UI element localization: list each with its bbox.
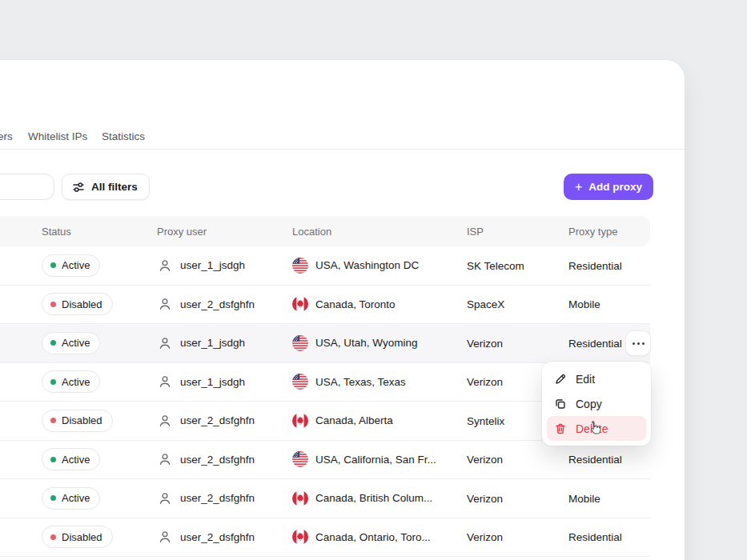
tabs-divider <box>0 149 685 150</box>
proxy-user-label: user_1_jsdgh <box>180 337 245 349</box>
status-label: Disabled <box>62 298 102 310</box>
tab-statistics[interactable]: Statistics <box>102 130 145 142</box>
table-row[interactable]: Activeuser_1_jsdghUSA, Washington DCSK T… <box>0 246 650 286</box>
user-icon <box>157 374 173 390</box>
menu-item-label: Edit <box>576 373 595 386</box>
status-badge: Active <box>42 332 100 354</box>
user-icon <box>157 413 173 429</box>
user-icon <box>157 296 173 312</box>
row-actions-button[interactable] <box>625 330 651 356</box>
proxy-type-label: Mobile <box>568 298 600 310</box>
filters-sliders-icon <box>72 181 85 194</box>
status-label: Active <box>62 259 90 271</box>
tab-users-partial[interactable]: ers <box>0 130 13 142</box>
proxy-type-label: Residential <box>568 337 622 349</box>
status-badge: Active <box>42 487 100 510</box>
add-proxy-button[interactable]: + Add proxy <box>564 174 653 200</box>
usa-flag-icon <box>292 258 308 274</box>
table-row[interactable]: Activeuser_1_jsdghUSA, Utah, WyomingVeri… <box>0 324 650 363</box>
search-input[interactable] <box>0 174 54 200</box>
column-header-proxy-user: Proxy user <box>157 226 207 238</box>
column-header-proxy-type: Proxy type <box>568 226 617 238</box>
proxy-user-label: user_2_dsfghfn <box>180 531 255 543</box>
trash-icon <box>554 422 567 435</box>
user-icon <box>157 258 173 274</box>
proxy-user-label: user_1_jsdgh <box>180 376 245 388</box>
proxy-user-label: user_2_dsfghfn <box>180 414 255 426</box>
user-icon <box>157 335 173 351</box>
status-badge: Disabled <box>42 410 113 432</box>
canada-flag-icon <box>292 413 308 429</box>
edit-icon <box>554 373 567 386</box>
menu-item-edit[interactable]: Edit <box>547 366 646 391</box>
location-label: Canada, Alberta <box>315 414 393 426</box>
copy-icon <box>554 398 567 410</box>
proxy-type-label: Mobile <box>568 492 600 504</box>
user-icon <box>157 451 173 467</box>
isp-label: Verizon <box>467 376 503 388</box>
menu-item-copy[interactable]: Copy <box>547 391 646 416</box>
proxy-user-label: user_2_dsfghfn <box>180 454 255 466</box>
canada-flag-icon <box>292 490 308 506</box>
isp-label: Verizon <box>467 492 503 504</box>
table-header: StatusProxy userLocationISPProxy type <box>0 216 650 246</box>
status-dot-icon <box>50 302 56 307</box>
location-label: USA, Washington DC <box>315 259 419 271</box>
location-label: USA, California, San Fr... <box>315 454 436 466</box>
status-dot-icon <box>50 457 56 462</box>
table-row[interactable]: Disableduser_2_dsfghfnCanada, Ontario, T… <box>0 518 650 558</box>
pointer-cursor-icon <box>585 419 603 440</box>
status-label: Active <box>62 492 90 504</box>
isp-label: SpaceX <box>467 298 504 310</box>
table-row[interactable]: Disableduser_2_dsfghfnCanada, TorontoSpa… <box>0 286 650 325</box>
status-dot-icon <box>50 418 56 423</box>
isp-label: Verizon <box>467 337 503 349</box>
status-label: Active <box>62 454 90 466</box>
status-label: Active <box>62 337 90 349</box>
status-dot-icon <box>50 340 56 346</box>
column-header-isp: ISP <box>467 226 484 238</box>
location-label: USA, Texas, Texas <box>315 376 406 388</box>
status-badge: Active <box>42 448 100 470</box>
isp-label: SK Telecom <box>467 259 524 271</box>
status-dot-icon <box>50 495 56 501</box>
proxy-type-label: Residential <box>568 531 622 543</box>
location-label: USA, Utah, Wyoming <box>315 337 417 349</box>
status-label: Active <box>62 376 90 388</box>
user-icon <box>157 529 173 545</box>
status-dot-icon <box>50 534 56 540</box>
proxy-user-label: user_2_dsfghfn <box>180 492 255 504</box>
isp-label: Syntelix <box>467 414 504 426</box>
usa-flag-icon <box>292 335 308 351</box>
status-badge: Active <box>42 370 100 393</box>
tab-whitelist-ips[interactable]: Whitelist IPs <box>28 130 87 142</box>
menu-item-label: Copy <box>576 398 602 410</box>
canada-flag-icon <box>292 296 308 312</box>
proxy-user-label: user_1_jsdgh <box>180 259 245 271</box>
isp-label: Verizon <box>467 454 503 466</box>
status-badge: Disabled <box>42 293 113 315</box>
table-row[interactable]: Activeuser_2_dsfghfnCanada, British Colu… <box>0 479 650 518</box>
isp-label: Verizon <box>467 531 503 543</box>
column-header-location: Location <box>292 226 331 238</box>
proxy-user-label: user_2_dsfghfn <box>180 298 255 310</box>
all-filters-label: All filters <box>91 181 138 193</box>
status-dot-icon <box>50 379 56 385</box>
proxy-type-label: Residential <box>568 259 622 271</box>
user-icon <box>157 490 173 506</box>
location-label: Canada, Toronto <box>315 298 396 310</box>
status-badge: Disabled <box>42 526 113 548</box>
proxy-type-label: Residential <box>568 454 622 466</box>
status-dot-icon <box>50 262 56 268</box>
canada-flag-icon <box>292 529 308 545</box>
status-badge: Active <box>42 254 100 277</box>
usa-flag-icon <box>292 451 308 467</box>
all-filters-button[interactable]: All filters <box>62 174 150 200</box>
location-label: Canada, Ontario, Toro... <box>315 531 431 543</box>
status-label: Disabled <box>62 414 102 426</box>
table-row[interactable]: Activeuser_2_dsfghfnUSA, California, San… <box>0 441 650 480</box>
plus-icon: + <box>575 181 582 194</box>
status-label: Disabled <box>62 531 102 543</box>
usa-flag-icon <box>292 374 308 390</box>
add-proxy-label: Add proxy <box>588 181 642 193</box>
